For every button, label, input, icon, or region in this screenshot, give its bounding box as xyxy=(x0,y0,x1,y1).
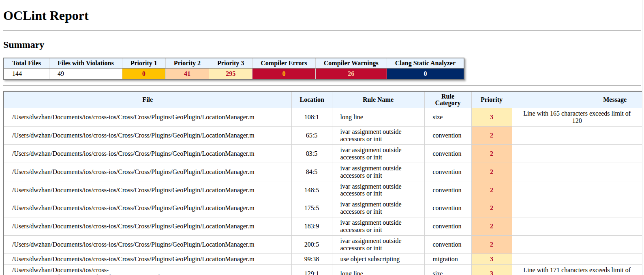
violations-header-row: FileLocationRule NameRule CategoryPriori… xyxy=(4,91,642,108)
violations-col-header-rule-name: Rule Name xyxy=(332,91,424,108)
summary-value-files-with-violations: 49 xyxy=(49,69,122,79)
rule-name-cell: long line xyxy=(332,264,424,275)
rule-category-cell: convention xyxy=(424,217,471,236)
file-cell: /Users/dwzhan/Documents/ios/cross-ios/Cr… xyxy=(4,181,291,199)
rule-name-cell: use object subscripting xyxy=(332,254,424,264)
violation-row: /Users/dwzhan/Documents/ios/cross-ios/Cr… xyxy=(4,199,642,217)
message-cell xyxy=(512,127,642,145)
rule-name-cell: long line xyxy=(332,108,424,127)
message-cell xyxy=(512,254,642,264)
summary-col-header-clang-static-analyzer: Clang Static Analyzer xyxy=(387,58,464,69)
violation-row: /Users/dwzhan/Documents/ios/cross-ios/Cr… xyxy=(4,264,642,275)
summary-value-total-files: 144 xyxy=(4,69,49,79)
priority-cell: 3 xyxy=(471,254,512,264)
violations-col-header-priority: Priority xyxy=(471,91,512,108)
violation-row: /Users/dwzhan/Documents/ios/cross-ios/Cr… xyxy=(4,235,642,254)
message-cell xyxy=(512,235,642,254)
oclint-report-page: OCLint Report Summary Total FilesFiles w… xyxy=(0,0,644,275)
summary-value-priority-3: 295 xyxy=(209,69,252,79)
violation-row: /Users/dwzhan/Documents/ios/cross-ios/Cr… xyxy=(4,181,642,199)
rule-category-cell: size xyxy=(424,108,471,127)
file-cell: /Users/dwzhan/Documents/ios/cross-ios/Cr… xyxy=(4,264,291,275)
violation-row: /Users/dwzhan/Documents/ios/cross-ios/Cr… xyxy=(4,144,642,163)
summary-header-row: Total FilesFiles with ViolationsPriority… xyxy=(4,58,464,69)
rule-category-cell: migration xyxy=(424,254,471,264)
message-cell xyxy=(512,181,642,199)
message-cell xyxy=(512,144,642,163)
message-cell xyxy=(512,217,642,236)
location-cell: 65:5 xyxy=(291,127,332,145)
summary-value-compiler-warnings: 26 xyxy=(315,69,387,79)
message-cell xyxy=(512,163,642,181)
rule-name-cell: ivar assignment outside accessors or ini… xyxy=(332,217,424,236)
priority-cell: 2 xyxy=(471,235,512,254)
priority-cell: 2 xyxy=(471,217,512,236)
violation-row: /Users/dwzhan/Documents/ios/cross-ios/Cr… xyxy=(4,127,642,145)
violation-row: /Users/dwzhan/Documents/ios/cross-ios/Cr… xyxy=(4,163,642,181)
message-cell xyxy=(512,199,642,217)
priority-cell: 2 xyxy=(471,163,512,181)
violations-table: FileLocationRule NameRule CategoryPriori… xyxy=(3,91,643,275)
file-cell: /Users/dwzhan/Documents/ios/cross-ios/Cr… xyxy=(4,217,291,236)
summary-value-priority-2: 41 xyxy=(165,69,209,79)
summary-col-header-compiler-errors: Compiler Errors xyxy=(252,58,316,69)
priority-cell: 2 xyxy=(471,127,512,145)
file-cell: /Users/dwzhan/Documents/ios/cross-ios/Cr… xyxy=(4,235,291,254)
location-cell: 108:1 xyxy=(291,108,332,127)
violation-row: /Users/dwzhan/Documents/ios/cross-ios/Cr… xyxy=(4,108,642,127)
summary-table: Total FilesFiles with ViolationsPriority… xyxy=(3,58,464,80)
rule-category-cell: convention xyxy=(424,235,471,254)
violations-col-header-location: Location xyxy=(291,91,332,108)
file-cell: /Users/dwzhan/Documents/ios/cross-ios/Cr… xyxy=(4,199,291,217)
rule-category-cell: convention xyxy=(424,144,471,163)
divider-middle xyxy=(3,85,641,86)
summary-heading: Summary xyxy=(3,39,641,51)
rule-category-cell: size xyxy=(424,264,471,275)
file-cell: /Users/dwzhan/Documents/ios/cross-ios/Cr… xyxy=(4,108,291,127)
location-cell: 200:5 xyxy=(291,235,332,254)
location-cell: 175:5 xyxy=(291,199,332,217)
location-cell: 129:1 xyxy=(291,264,332,275)
file-cell: /Users/dwzhan/Documents/ios/cross-ios/Cr… xyxy=(4,127,291,145)
summary-col-header-compiler-warnings: Compiler Warnings xyxy=(315,58,387,69)
message-cell: Line with 171 characters exceeds limit o… xyxy=(512,264,642,275)
violations-col-header-rule-category: Rule Category xyxy=(424,91,471,108)
vertical-scrollbar-track[interactable] xyxy=(642,0,644,275)
violation-row: /Users/dwzhan/Documents/ios/cross-ios/Cr… xyxy=(4,217,642,236)
summary-col-header-priority-1: Priority 1 xyxy=(122,58,165,69)
location-cell: 84:5 xyxy=(291,163,332,181)
summary-value-clang-static-analyzer: 0 xyxy=(387,69,464,79)
file-cell: /Users/dwzhan/Documents/ios/cross-ios/Cr… xyxy=(4,254,291,264)
rule-category-cell: convention xyxy=(424,181,471,199)
file-cell: /Users/dwzhan/Documents/ios/cross-ios/Cr… xyxy=(4,163,291,181)
violation-row: /Users/dwzhan/Documents/ios/cross-ios/Cr… xyxy=(4,254,642,264)
location-cell: 99:38 xyxy=(291,254,332,264)
priority-cell: 2 xyxy=(471,181,512,199)
message-cell: Line with 165 characters exceeds limit o… xyxy=(512,108,642,127)
rule-name-cell: ivar assignment outside accessors or ini… xyxy=(332,235,424,254)
rule-name-cell: ivar assignment outside accessors or ini… xyxy=(332,163,424,181)
rule-name-cell: ivar assignment outside accessors or ini… xyxy=(332,127,424,145)
summary-col-header-total-files: Total Files xyxy=(4,58,49,69)
violations-col-header-file: File xyxy=(4,91,291,108)
rule-category-cell: convention xyxy=(424,199,471,217)
rule-category-cell: convention xyxy=(424,163,471,181)
summary-value-row: 144490412950260 xyxy=(4,69,464,79)
file-cell: /Users/dwzhan/Documents/ios/cross-ios/Cr… xyxy=(4,144,291,163)
divider-top xyxy=(3,30,641,31)
priority-cell: 3 xyxy=(471,108,512,127)
location-cell: 83:5 xyxy=(291,144,332,163)
priority-cell: 2 xyxy=(471,144,512,163)
summary-col-header-priority-2: Priority 2 xyxy=(165,58,209,69)
summary-col-header-files-with-violations: Files with Violations xyxy=(49,58,122,69)
rule-name-cell: ivar assignment outside accessors or ini… xyxy=(332,199,424,217)
priority-cell: 2 xyxy=(471,199,512,217)
summary-col-header-priority-3: Priority 3 xyxy=(209,58,252,69)
page-title: OCLint Report xyxy=(3,8,641,23)
priority-cell: 3 xyxy=(471,264,512,275)
summary-value-compiler-errors: 0 xyxy=(252,69,316,79)
summary-value-priority-1: 0 xyxy=(122,69,165,79)
violations-col-header-message: Message xyxy=(512,91,642,108)
rule-name-cell: ivar assignment outside accessors or ini… xyxy=(332,181,424,199)
location-cell: 183:9 xyxy=(291,217,332,236)
